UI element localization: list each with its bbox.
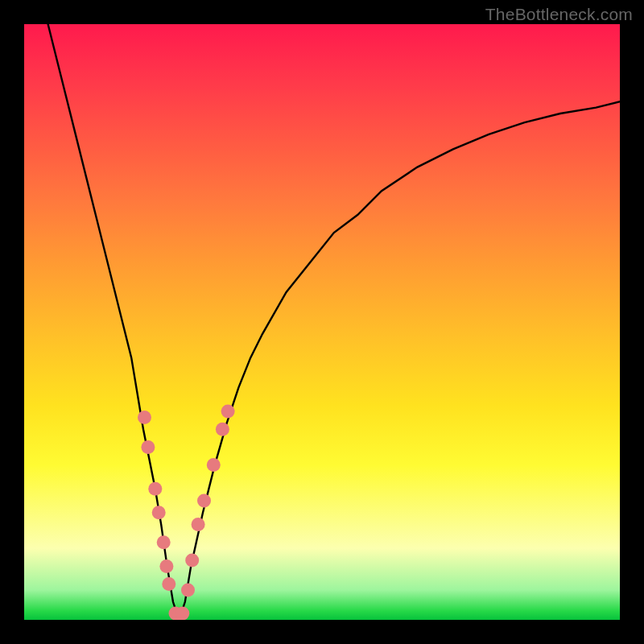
data-point — [148, 482, 162, 496]
data-point — [192, 518, 205, 531]
plot-area — [24, 24, 620, 620]
data-point — [207, 458, 221, 472]
data-point — [138, 411, 151, 424]
data-point — [185, 554, 199, 568]
data-point — [221, 405, 235, 419]
watermark-text: TheBottleneck.com — [485, 5, 633, 24]
data-point — [197, 494, 211, 508]
data-point — [159, 559, 173, 573]
data-point — [181, 584, 195, 597]
data-point — [175, 606, 189, 620]
plot-svg — [24, 24, 620, 620]
chart-frame: TheBottleneck.com — [0, 0, 644, 644]
data-point — [141, 440, 155, 454]
bottleneck-curve — [48, 24, 620, 620]
data-point — [216, 423, 229, 436]
data-point — [157, 535, 171, 549]
data-point — [162, 577, 175, 591]
data-point — [152, 506, 166, 519]
